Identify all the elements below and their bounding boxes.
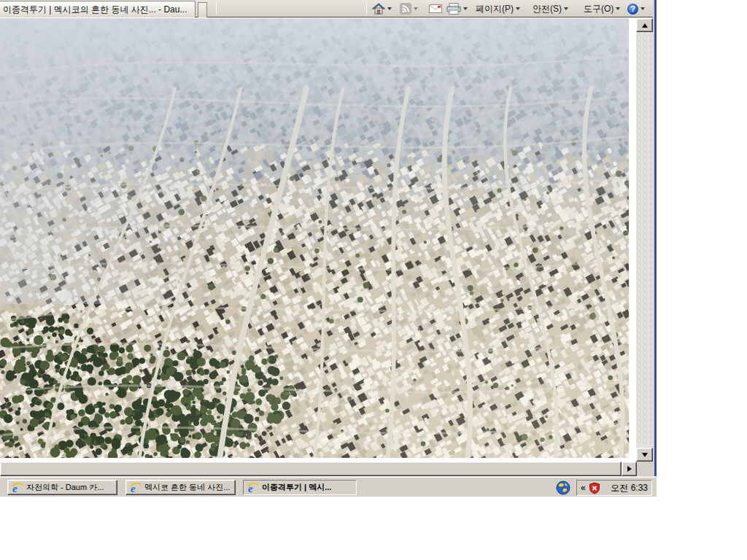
aerial-photo — [0, 18, 629, 458]
feeds-button[interactable] — [397, 1, 421, 17]
scroll-down-arrow-icon — [642, 453, 648, 457]
page-menu-button[interactable]: 페이지(P) — [473, 1, 523, 17]
print-button[interactable] — [444, 1, 471, 17]
security-alert-shield-icon[interactable] — [589, 482, 600, 494]
internet-explorer-icon: e — [130, 482, 142, 494]
new-tab-button[interactable] — [198, 2, 207, 18]
toolbar-separator — [216, 2, 217, 15]
page-viewport — [0, 18, 636, 462]
internet-explorer-icon: e — [247, 482, 259, 494]
internet-explorer-icon: e — [12, 482, 23, 494]
taskbar-button-label: 자천의학 - Daum 카... — [26, 482, 104, 493]
browser-command-bar: 이종격투기 | 멕시코의 흔한 동네 사진... - Dau... — [0, 0, 653, 18]
help-dropdown-caret-icon — [640, 7, 645, 10]
tray-expand-chevron[interactable]: « — [581, 483, 586, 492]
toolbar-separator — [366, 2, 367, 15]
desktop-screen: 이종격투기 | 멕시코의 흔한 동네 사진... - Dau... — [0, 0, 747, 560]
help-icon: ? — [627, 4, 638, 15]
home-icon — [372, 3, 385, 15]
scroll-down-button[interactable] — [636, 448, 653, 462]
taskbar-button-label: 멕시코 흔한 동네 사진... — [144, 482, 230, 493]
scrollbar-corner — [637, 462, 653, 476]
clock: 오전 6:33 — [611, 482, 648, 494]
horizontal-scroll-thumb[interactable] — [0, 462, 622, 476]
tools-menu-button[interactable]: 도구(O) — [581, 1, 623, 17]
print-dropdown-caret-icon[interactable] — [463, 7, 468, 10]
rss-feeds-icon — [400, 3, 411, 15]
vertical-scrollbar[interactable] — [636, 18, 653, 462]
taskbar: e 자천의학 - Daum 카... e 멕시코 흔한 동네 사진... e 이… — [0, 477, 657, 497]
scroll-right-arrow-icon — [627, 466, 632, 472]
taskbar-button-2[interactable]: e 멕시코 흔한 동네 사진... — [125, 480, 236, 495]
feeds-dropdown-caret-icon[interactable] — [414, 7, 418, 10]
help-menu-button[interactable]: ? — [624, 1, 648, 17]
browser-tab-active[interactable]: 이종격투기 | 멕시코의 흔한 동네 사진... - Dau... — [0, 1, 196, 18]
taskbar-button-1[interactable]: e 자천의학 - Daum 카... — [7, 480, 117, 495]
safety-menu-button[interactable]: 안전(S) — [530, 1, 571, 17]
tools-dropdown-caret-icon — [616, 7, 620, 10]
window-right-border — [653, 0, 657, 476]
safety-menu-label: 안전(S) — [533, 3, 562, 15]
horizontal-scrollbar[interactable] — [0, 462, 653, 476]
tab-title: 이종격투기 | 멕시코의 흔한 동네 사진... - Dau... — [3, 4, 187, 16]
page-menu-label: 페이지(P) — [476, 3, 514, 15]
taskbar-button-3-active[interactable]: e 이종격투기 | 멕시... — [243, 480, 357, 495]
system-tray: « 오전 6:33 — [576, 480, 652, 496]
scroll-right-button[interactable] — [622, 462, 637, 476]
taskbar-button-label: 이종격투기 | 멕시... — [262, 482, 331, 493]
scroll-up-button[interactable] — [636, 18, 653, 32]
printer-icon — [446, 3, 461, 15]
page-dropdown-caret-icon — [516, 7, 520, 10]
scroll-up-arrow-icon — [642, 23, 648, 28]
home-dropdown-caret-icon[interactable] — [387, 7, 392, 10]
read-mail-button[interactable] — [426, 1, 445, 17]
globe-network-icon[interactable] — [556, 481, 570, 495]
safety-dropdown-caret-icon — [564, 7, 568, 10]
home-button[interactable] — [369, 1, 395, 17]
tools-menu-label: 도구(O) — [584, 3, 614, 15]
mail-icon — [429, 4, 442, 14]
